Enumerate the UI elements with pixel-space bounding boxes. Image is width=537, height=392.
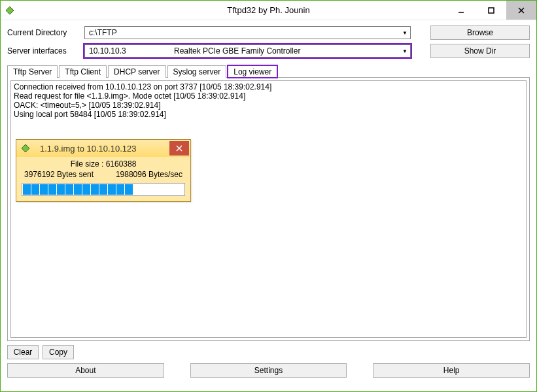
progress-segment <box>23 184 31 195</box>
current-directory-label: Current Directory <box>7 28 84 37</box>
progress-segment <box>48 184 56 195</box>
current-directory-value: c:\TFTP <box>89 28 117 37</box>
browse-button[interactable]: Browse <box>430 25 530 40</box>
progress-segment <box>142 184 150 195</box>
tabstrip: Tftp Server Tftp Client DHCP server Sysl… <box>7 65 530 77</box>
log-line: OACK: <timeout=5,> [10/05 18:39:02.914] <box>14 101 161 110</box>
progress-segment <box>65 184 73 195</box>
transfer-filesize: File size : 6160388 <box>22 159 185 169</box>
server-interfaces-row: Server interfaces 10.10.10.3 Realtek PCI… <box>7 44 530 58</box>
app-icon <box>20 143 31 154</box>
window-controls <box>446 1 536 20</box>
transfer-popup: 1.1.9.img to 10.10.10.123 File size : 61… <box>16 139 191 202</box>
progress-segment <box>91 184 99 195</box>
server-interfaces-combo[interactable]: 10.10.10.3 Realtek PCIe GBE Family Contr… <box>84 44 411 57</box>
transfer-popup-title: 1.1.9.img to 10.10.10.123 <box>36 144 169 154</box>
progress-segment <box>74 184 82 195</box>
tab-dhcp-server[interactable]: DHCP server <box>108 65 165 78</box>
svg-rect-1 <box>489 8 494 13</box>
progress-segment <box>125 184 133 195</box>
titlebar: Tftpd32 by Ph. Jounin <box>1 1 536 20</box>
footer-buttons: About Settings Help <box>7 363 530 378</box>
progress-segment <box>133 184 141 195</box>
progress-segment <box>159 184 167 195</box>
log-textarea[interactable]: Connection received from 10.10.10.123 on… <box>10 80 527 338</box>
progress-segment <box>150 184 158 195</box>
minimize-button[interactable] <box>446 1 476 20</box>
settings-button[interactable]: Settings <box>190 363 347 378</box>
progress-segment <box>57 184 65 195</box>
log-line: Read request for file <1.1.9.img>. Mode … <box>14 91 245 101</box>
app-icon <box>5 5 15 16</box>
log-buttons-row: Clear Copy <box>7 345 530 359</box>
clear-button[interactable]: Clear <box>7 345 39 359</box>
chevron-down-icon: ▼ <box>400 45 410 57</box>
show-dir-button[interactable]: Show Dir <box>430 44 530 58</box>
app-window: Tftpd32 by Ph. Jounin Current Directory … <box>0 0 537 392</box>
progress-segment <box>82 184 90 195</box>
server-interfaces-label: Server interfaces <box>7 46 84 56</box>
copy-button[interactable]: Copy <box>43 345 74 359</box>
about-button[interactable]: About <box>7 363 164 378</box>
progress-segment <box>167 184 175 195</box>
chevron-down-icon: ▼ <box>400 27 410 39</box>
log-line: Using local port 58484 [10/05 18:39:02.9… <box>14 110 166 119</box>
maximize-button[interactable] <box>476 1 506 20</box>
transfer-progress-bar <box>22 183 185 196</box>
transfer-rate: 1988096 Bytes/sec <box>116 170 182 179</box>
close-button[interactable] <box>506 1 536 20</box>
tab-syslog-server[interactable]: Syslog server <box>167 65 227 78</box>
tab-panel: Connection received from 10.10.10.123 on… <box>7 77 530 341</box>
transfer-stats: 3976192 Bytes sent 1988096 Bytes/sec <box>22 170 185 179</box>
transfer-popup-titlebar[interactable]: 1.1.9.img to 10.10.10.123 <box>16 140 190 157</box>
tab-tftp-client[interactable]: Tftp Client <box>59 65 107 78</box>
progress-segment <box>40 184 48 195</box>
transfer-popup-close-button[interactable] <box>169 141 189 155</box>
progress-segment <box>31 184 39 195</box>
transfer-popup-body: File size : 6160388 3976192 Bytes sent 1… <box>16 157 190 201</box>
progress-segment <box>184 184 192 195</box>
progress-segment <box>108 184 116 195</box>
progress-segment <box>176 184 184 195</box>
progress-segment <box>99 184 107 195</box>
server-interface-ip: 10.10.10.3 <box>89 46 174 56</box>
help-button[interactable]: Help <box>373 363 530 378</box>
progress-segment <box>116 184 124 195</box>
tab-tftp-server[interactable]: Tftp Server <box>7 65 58 78</box>
transfer-bytes-sent: 3976192 Bytes sent <box>24 170 94 179</box>
log-line: Connection received from 10.10.10.123 on… <box>14 82 271 91</box>
server-interface-desc: Realtek PCIe GBE Family Controller <box>174 46 300 56</box>
client-area: Current Directory c:\TFTP ▼ Browse Serve… <box>1 20 536 391</box>
current-directory-row: Current Directory c:\TFTP ▼ Browse <box>7 25 530 40</box>
current-directory-combo[interactable]: c:\TFTP ▼ <box>84 26 411 39</box>
tab-log-viewer[interactable]: Log viewer <box>228 65 277 78</box>
